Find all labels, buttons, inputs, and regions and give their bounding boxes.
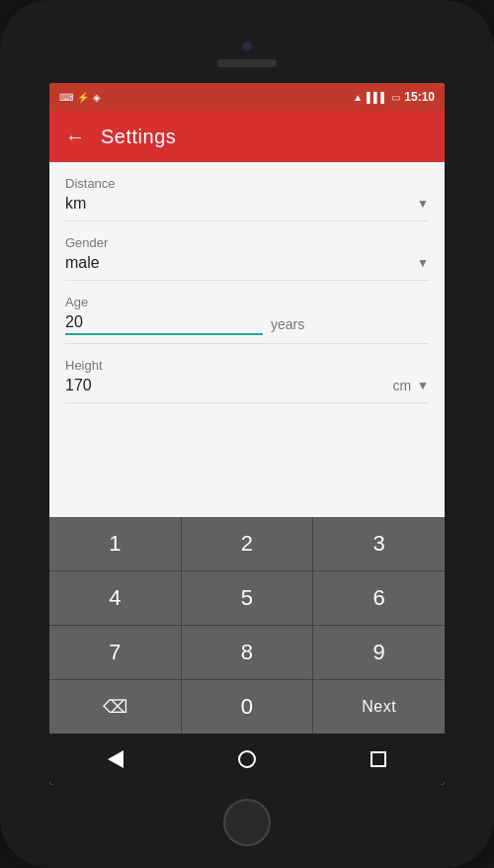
battery-icon: ▭ bbox=[391, 92, 400, 103]
key-9[interactable]: 9 bbox=[313, 626, 445, 679]
status-time: 15:10 bbox=[404, 90, 435, 104]
signal-icon: ▌▌▌ bbox=[367, 92, 387, 103]
height-label: Height bbox=[65, 358, 429, 373]
status-bar: ⌨ ⚡ ◈ ▲ ▌▌▌ ▭ 15:10 bbox=[49, 83, 445, 111]
key-7[interactable]: 7 bbox=[49, 626, 181, 679]
key-0[interactable]: 0 bbox=[182, 680, 313, 734]
status-icons-right: ▲ ▌▌▌ ▭ 15:10 bbox=[353, 90, 435, 104]
distance-field-group: Distance km ▼ bbox=[65, 162, 429, 221]
phone-device: ⌨ ⚡ ◈ ▲ ▌▌▌ ▭ 15:10 ← Settings Distance … bbox=[0, 0, 494, 868]
gender-value: male bbox=[65, 254, 100, 272]
settings-content: Distance km ▼ Gender male ▼ Age ye bbox=[49, 162, 445, 517]
age-input-row: years bbox=[65, 313, 429, 335]
height-field-group: Height 170 cm ▼ bbox=[65, 344, 429, 403]
age-input[interactable] bbox=[65, 313, 263, 335]
key-8[interactable]: 8 bbox=[182, 626, 313, 679]
nav-home-icon bbox=[238, 750, 256, 768]
age-unit: years bbox=[271, 316, 304, 332]
speaker bbox=[217, 59, 277, 67]
age-field-group: Age years bbox=[65, 281, 429, 344]
notification-icon: ◈ bbox=[93, 92, 101, 103]
page-title: Settings bbox=[101, 126, 176, 148]
key-3[interactable]: 3 bbox=[313, 517, 445, 570]
height-dropdown-arrow: ▼ bbox=[417, 379, 429, 392]
phone-top bbox=[217, 22, 277, 79]
navigation-bar bbox=[49, 734, 445, 785]
distance-row[interactable]: km ▼ bbox=[65, 195, 429, 213]
gender-dropdown-arrow: ▼ bbox=[417, 256, 429, 270]
height-unit: cm bbox=[392, 378, 411, 393]
nav-back-button[interactable] bbox=[91, 735, 140, 784]
distance-label: Distance bbox=[65, 176, 429, 191]
nav-recents-icon bbox=[370, 751, 386, 767]
gender-row[interactable]: male ▼ bbox=[65, 254, 429, 272]
key-6[interactable]: 6 bbox=[313, 571, 445, 625]
gender-field-group: Gender male ▼ bbox=[65, 221, 429, 281]
distance-value: km bbox=[65, 195, 86, 213]
key-next[interactable]: Next bbox=[313, 680, 445, 734]
height-value: 170 bbox=[65, 377, 92, 394]
key-1[interactable]: 1 bbox=[49, 517, 181, 570]
app-bar: ← Settings bbox=[49, 111, 445, 162]
height-unit-dropdown[interactable]: cm ▼ bbox=[392, 378, 429, 393]
wifi-icon: ▲ bbox=[353, 92, 363, 103]
numeric-keypad: 1 2 3 4 5 6 7 8 9 ⌫ 0 Next bbox=[49, 517, 445, 734]
phone-bottom bbox=[223, 785, 271, 846]
distance-dropdown-arrow: ▼ bbox=[417, 197, 429, 211]
keyboard-icon: ⌨ bbox=[59, 92, 73, 103]
nav-recents-button[interactable] bbox=[354, 735, 403, 784]
height-row: 170 cm ▼ bbox=[65, 377, 429, 394]
key-4[interactable]: 4 bbox=[49, 571, 181, 625]
status-icons-left: ⌨ ⚡ ◈ bbox=[59, 92, 101, 103]
front-camera bbox=[242, 42, 252, 51]
key-5[interactable]: 5 bbox=[182, 571, 313, 625]
back-button[interactable]: ← bbox=[65, 126, 85, 148]
gender-label: Gender bbox=[65, 235, 429, 250]
phone-screen: ⌨ ⚡ ◈ ▲ ▌▌▌ ▭ 15:10 ← Settings Distance … bbox=[49, 83, 445, 785]
physical-home-button[interactable] bbox=[223, 799, 271, 846]
usb-icon: ⚡ bbox=[77, 92, 89, 103]
key-backspace[interactable]: ⌫ bbox=[49, 680, 181, 734]
nav-back-icon bbox=[108, 750, 124, 768]
nav-home-button[interactable] bbox=[222, 735, 272, 784]
age-label: Age bbox=[65, 295, 429, 309]
key-2[interactable]: 2 bbox=[182, 517, 313, 570]
